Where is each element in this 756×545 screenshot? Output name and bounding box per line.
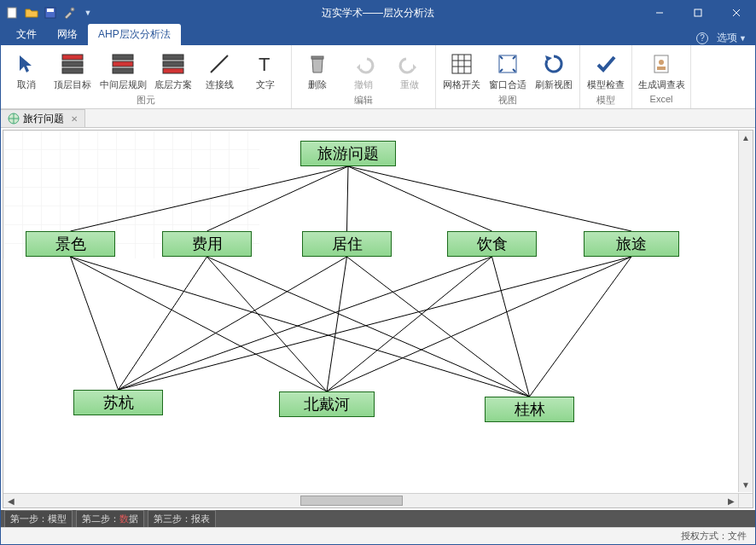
globe-icon bbox=[8, 113, 20, 125]
svg-rect-12 bbox=[113, 61, 133, 67]
doc-tabs: 旅行问题 ✕ bbox=[1, 109, 755, 128]
line-icon bbox=[206, 50, 233, 78]
node-c5[interactable]: 旅途 bbox=[584, 231, 679, 257]
svg-rect-16 bbox=[163, 68, 183, 73]
gen-survey-button[interactable]: 生成调查表 bbox=[637, 49, 685, 91]
redo-icon bbox=[396, 50, 423, 78]
ribbon-group-label: 编辑 bbox=[297, 91, 430, 108]
svg-line-17 bbox=[211, 55, 228, 72]
menu-ahp[interactable]: AHP层次分析法 bbox=[88, 24, 181, 45]
status-text: 授权方式：文件 bbox=[681, 530, 747, 542]
minimize-button[interactable] bbox=[640, 1, 678, 25]
fit-icon bbox=[494, 50, 521, 78]
node-a3[interactable]: 桂林 bbox=[485, 397, 574, 422]
fit-window-button[interactable]: 窗口合适 bbox=[487, 49, 528, 91]
svg-line-40 bbox=[207, 257, 328, 391]
steps-bar: 第一步：模型 第二步：数据 第三步：报表 bbox=[1, 510, 755, 527]
pointer-icon bbox=[13, 50, 40, 78]
bottom-plan-button[interactable]: 底层方案 bbox=[153, 49, 194, 91]
node-goal[interactable]: 旅游问题 bbox=[300, 141, 396, 166]
delete-button[interactable]: 删除 bbox=[297, 49, 338, 91]
step-1[interactable]: 第一步：模型 bbox=[4, 510, 73, 528]
doc-tab-travel[interactable]: 旅行问题 ✕ bbox=[1, 109, 85, 127]
ribbon-group-elements: 取消 顶层目标 中间层规则 底层方案 连接线 bbox=[1, 45, 292, 108]
svg-line-31 bbox=[71, 166, 349, 231]
layer-mid-icon bbox=[109, 50, 137, 78]
refresh-view-button[interactable]: 刷新视图 bbox=[533, 49, 574, 91]
svg-rect-15 bbox=[163, 61, 183, 67]
refresh-icon bbox=[540, 50, 567, 78]
diagram-edges bbox=[3, 130, 753, 507]
cancel-button[interactable]: 取消 bbox=[6, 49, 47, 91]
save-icon[interactable] bbox=[44, 6, 57, 20]
svg-line-42 bbox=[119, 257, 347, 390]
mid-rule-button[interactable]: 中间层规则 bbox=[98, 49, 148, 91]
maximize-button[interactable] bbox=[678, 1, 717, 25]
text-button[interactable]: T 文字 bbox=[245, 49, 286, 91]
doc-tab-label: 旅行问题 bbox=[23, 112, 64, 126]
help-icon[interactable]: ? bbox=[696, 32, 708, 44]
svg-line-45 bbox=[119, 257, 492, 390]
connector-button[interactable]: 连接线 bbox=[199, 49, 240, 91]
ribbon-group-label: 模型 bbox=[585, 91, 626, 108]
svg-line-35 bbox=[348, 166, 631, 231]
svg-line-32 bbox=[207, 166, 349, 231]
tools-icon[interactable] bbox=[62, 6, 76, 20]
svg-rect-5 bbox=[695, 9, 701, 16]
ribbon-group-label: 视图 bbox=[441, 91, 574, 108]
svg-line-44 bbox=[347, 257, 530, 397]
step-2[interactable]: 第二步：数据 bbox=[76, 510, 144, 528]
svg-rect-19 bbox=[311, 56, 323, 59]
svg-line-38 bbox=[71, 257, 530, 397]
horizontal-scrollbar[interactable]: ◀▶ bbox=[3, 493, 738, 507]
svg-rect-28 bbox=[657, 67, 666, 70]
menubar-right: ? 选项▼ bbox=[696, 31, 755, 45]
undo-icon bbox=[350, 50, 377, 78]
node-c4[interactable]: 饮食 bbox=[447, 231, 537, 257]
svg-rect-20 bbox=[452, 55, 471, 73]
ribbon-group-label: Excel bbox=[637, 91, 685, 106]
trash-icon bbox=[304, 50, 331, 78]
undo-button[interactable]: 撤销 bbox=[343, 49, 384, 91]
svg-point-27 bbox=[659, 60, 664, 65]
new-file-icon[interactable] bbox=[6, 6, 20, 20]
layer-red-icon bbox=[59, 50, 86, 78]
svg-line-41 bbox=[207, 257, 530, 397]
window-title: 迈实学术——层次分析法 bbox=[322, 6, 434, 20]
svg-line-43 bbox=[327, 257, 347, 391]
close-button[interactable] bbox=[717, 1, 755, 25]
svg-rect-9 bbox=[62, 61, 83, 67]
node-c2[interactable]: 费用 bbox=[162, 231, 252, 257]
svg-rect-13 bbox=[113, 68, 133, 73]
options-dropdown[interactable]: 选项▼ bbox=[717, 31, 747, 45]
svg-rect-11 bbox=[113, 55, 133, 60]
ribbon: 取消 顶层目标 中间层规则 底层方案 连接线 bbox=[1, 45, 755, 109]
redo-button[interactable]: 重做 bbox=[389, 49, 430, 91]
svg-point-3 bbox=[71, 8, 74, 11]
grid-toggle-button[interactable]: 网格开关 bbox=[441, 49, 482, 91]
menu-network[interactable]: 网络 bbox=[47, 24, 88, 45]
diagram-canvas[interactable]: ▲▼ ◀▶ 旅游问题景色费用居住饮食旅途苏杭北戴河桂林 bbox=[3, 130, 753, 508]
svg-line-50 bbox=[530, 257, 632, 397]
svg-rect-0 bbox=[8, 8, 16, 18]
vertical-scrollbar[interactable]: ▲▼ bbox=[738, 130, 753, 492]
node-c1[interactable]: 景色 bbox=[26, 231, 115, 257]
qat-dropdown-icon[interactable]: ▼ bbox=[81, 6, 95, 20]
close-icon[interactable]: ✕ bbox=[71, 114, 78, 124]
menu-file[interactable]: 文件 bbox=[6, 24, 47, 45]
node-a2[interactable]: 北戴河 bbox=[279, 391, 375, 417]
svg-line-47 bbox=[492, 257, 530, 397]
check-icon bbox=[592, 50, 619, 78]
model-check-button[interactable]: 模型检查 bbox=[585, 49, 626, 91]
open-folder-icon[interactable] bbox=[25, 6, 38, 20]
step-3[interactable]: 第三步：报表 bbox=[148, 510, 216, 528]
svg-line-46 bbox=[327, 257, 492, 391]
node-c3[interactable]: 居住 bbox=[302, 231, 392, 257]
node-a1[interactable]: 苏杭 bbox=[73, 390, 163, 415]
svg-rect-8 bbox=[62, 55, 83, 60]
svg-line-36 bbox=[71, 257, 119, 390]
titlebar: ▼ 迈实学术——层次分析法 bbox=[1, 1, 755, 25]
top-goal-button[interactable]: 顶层目标 bbox=[52, 49, 93, 91]
layer-bottom-icon bbox=[160, 50, 187, 78]
window-controls bbox=[640, 1, 755, 25]
